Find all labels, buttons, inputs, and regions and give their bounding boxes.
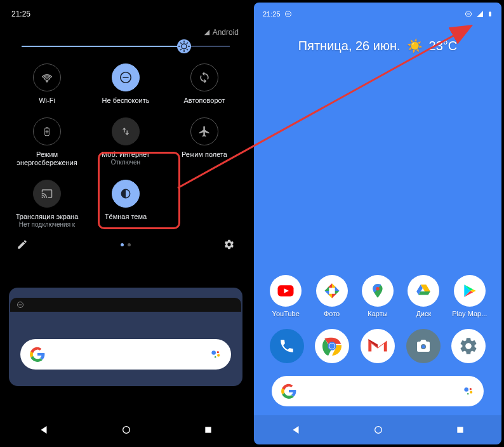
notification-bar[interactable] <box>10 298 241 312</box>
dock-chrome[interactable] <box>315 329 349 363</box>
darktheme-icon <box>119 187 132 200</box>
dock-gmail[interactable] <box>361 329 395 363</box>
svg-point-44 <box>375 427 382 434</box>
svg-rect-13 <box>46 127 48 128</box>
navbar-right <box>254 415 501 444</box>
google-g-icon-right <box>281 383 297 399</box>
nav-back-icon-right[interactable] <box>290 424 302 436</box>
app-drive[interactable]: Диск <box>402 275 445 317</box>
qs-header: Android <box>3 25 249 39</box>
nav-home-icon-right[interactable] <box>373 425 383 435</box>
qs-tile-airplane[interactable]: Режим полета <box>168 114 241 171</box>
svg-point-20 <box>217 351 219 353</box>
date-text: Пятница, 26 июн. <box>298 39 401 53</box>
signal-icon-right <box>476 10 484 18</box>
dnd-status-icon <box>284 10 292 18</box>
temp-text: 23°C <box>429 39 458 53</box>
dock-phone[interactable] <box>270 329 304 363</box>
svg-point-41 <box>470 388 472 390</box>
dnd-icon <box>119 70 133 84</box>
svg-point-42 <box>470 391 472 394</box>
navbar-left <box>3 415 249 444</box>
svg-point-32 <box>376 287 379 290</box>
dock <box>254 329 501 363</box>
time-right: 21:25 <box>263 10 281 18</box>
search-bar-right[interactable] <box>272 376 484 406</box>
nav-home-icon[interactable] <box>121 425 131 435</box>
app-maps[interactable]: Карты <box>356 275 399 317</box>
svg-rect-24 <box>205 427 211 432</box>
nav-back-icon[interactable] <box>38 424 50 436</box>
qs-grid: Wi-Fi Не беспокоить Автоповорот Режим эн… <box>3 60 249 232</box>
assistant-icon[interactable] <box>209 348 222 361</box>
svg-point-39 <box>421 345 425 349</box>
dnd-small-icon <box>17 301 24 309</box>
statusbar-right: 21:25 <box>254 3 501 25</box>
wifi-icon <box>40 70 54 84</box>
qs-tile-dnd[interactable]: Не беспокоить <box>89 60 162 109</box>
assistant-icon-right[interactable] <box>462 385 475 397</box>
app-youtube[interactable]: YouTube <box>264 275 307 317</box>
battery-icon-right <box>487 10 493 18</box>
edit-icon[interactable] <box>17 239 28 250</box>
time: 21:25 <box>11 10 30 18</box>
qs-tile-cast[interactable]: Трансляция экрана Нет подключения к <box>10 176 84 232</box>
svg-point-40 <box>464 387 468 392</box>
weather-icon: ☀️ <box>407 38 423 53</box>
right-phone-homescreen: 21:25 Пятница, 26 июн. ☀️ 23°C YouTube Ф… <box>251 0 504 447</box>
search-bar-left[interactable] <box>20 339 231 370</box>
app-photos[interactable]: Фото <box>310 275 353 317</box>
autorotate-icon <box>198 71 211 84</box>
qs-tile-battery[interactable]: Режим энергосбережения <box>10 114 84 171</box>
apps-grid: YouTube Фото Карты Диск Play Мар... <box>254 275 501 317</box>
date-weather-widget[interactable]: Пятница, 26 июн. ☀️ 23°C <box>254 25 501 66</box>
svg-rect-45 <box>458 427 463 432</box>
statusbar-left: 21:25 <box>3 3 249 25</box>
brightness-thumb-icon[interactable] <box>176 39 192 54</box>
dock-camera[interactable] <box>406 329 441 363</box>
signal-icon <box>204 29 210 36</box>
brightness-slider[interactable] <box>3 39 249 60</box>
google-g-icon <box>29 346 46 363</box>
page-indicator <box>121 243 131 246</box>
svg-rect-29 <box>489 12 491 17</box>
cast-icon <box>41 188 53 199</box>
battery-icon <box>42 125 52 138</box>
carrier-label: Android <box>213 28 239 37</box>
qs-tile-mobiledata[interactable]: Моб. Интернет Отключен <box>89 114 162 171</box>
airplane-icon <box>198 125 211 138</box>
dock-settings[interactable] <box>451 329 486 363</box>
svg-point-21 <box>217 354 220 357</box>
mobiledata-icon <box>120 126 131 137</box>
app-playstore[interactable]: Play Мар... <box>448 275 491 317</box>
svg-rect-30 <box>489 11 491 12</box>
svg-point-19 <box>211 350 216 355</box>
nav-recent-icon[interactable] <box>203 425 213 435</box>
qs-footer <box>3 232 249 257</box>
settings-icon[interactable] <box>223 239 235 250</box>
left-phone-quicksettings: 21:25 Android Wi-Fi Не беспокоить Автопо… <box>0 0 251 447</box>
qs-tile-wifi[interactable]: Wi-Fi <box>10 60 84 109</box>
svg-point-36 <box>329 344 335 349</box>
svg-point-22 <box>215 356 216 358</box>
qs-tile-autorotate[interactable]: Автоповорот <box>168 60 241 109</box>
dnd-icon-right <box>465 10 472 18</box>
qs-tile-darktheme[interactable]: Тёмная тема <box>89 176 162 232</box>
nav-recent-icon-right[interactable] <box>455 425 465 435</box>
svg-point-23 <box>123 427 130 434</box>
svg-point-43 <box>467 393 469 395</box>
